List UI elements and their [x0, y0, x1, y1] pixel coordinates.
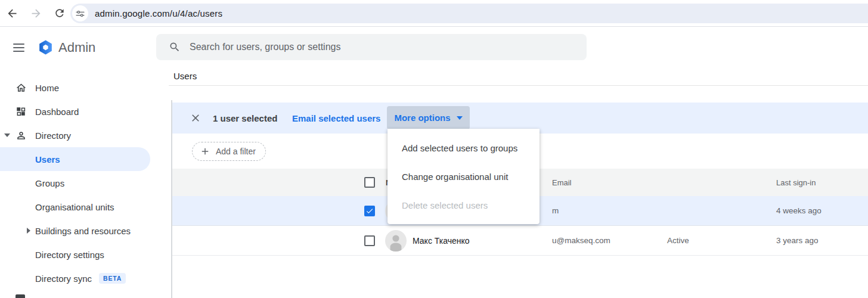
- beta-badge: BETA: [99, 273, 126, 284]
- more-options-menu: Add selected users to groups Change orga…: [388, 129, 540, 224]
- chevron-down-icon[interactable]: [4, 134, 10, 137]
- plus-icon: [200, 146, 210, 157]
- row-checkbox-checked[interactable]: [364, 206, 375, 216]
- chevron-right-icon[interactable]: [27, 228, 30, 234]
- address-bar[interactable]: admin.google.com/u/4/ac/users: [70, 4, 868, 23]
- url-text: admin.google.com/u/4/ac/users: [95, 8, 222, 18]
- selection-count: 1 user selected: [213, 113, 277, 123]
- home-icon: [15, 82, 27, 94]
- sidebar-item-home[interactable]: Home: [0, 76, 173, 100]
- column-header-email[interactable]: Email: [552, 178, 572, 187]
- menu-item-delete-users: Delete selected users: [388, 191, 540, 219]
- sidebar-item-organisational-units[interactable]: Organisational units: [0, 195, 173, 219]
- sidebar-item-label: Buildings and resources: [35, 226, 131, 236]
- divider: [169, 85, 868, 86]
- column-header-last-sign-in[interactable]: Last sign-in: [776, 178, 816, 187]
- menu-item-change-org-unit[interactable]: Change organisational unit: [388, 162, 540, 191]
- user-email: m: [552, 206, 559, 215]
- sidebar-item-label: Users: [35, 154, 60, 164]
- sidebar-item-label: Directory: [35, 131, 71, 141]
- person-icon: [15, 129, 27, 141]
- search-input[interactable]: [190, 42, 547, 52]
- more-options-button[interactable]: More options: [387, 106, 470, 129]
- row-checkbox[interactable]: [364, 235, 375, 246]
- sidebar-item-label: Directory sync: [35, 274, 92, 284]
- browser-toolbar: admin.google.com/u/4/ac/users: [0, 0, 868, 27]
- user-name: Макс Ткаченко: [413, 236, 470, 246]
- user-email: u@makseq.com: [552, 236, 610, 245]
- browser-back-icon[interactable]: [5, 7, 18, 20]
- admin-logo: Admin: [38, 39, 95, 55]
- sidebar-item-label: Directory settings: [35, 250, 104, 260]
- sidebar-item-groups[interactable]: Groups: [0, 171, 173, 195]
- browser-reload-icon[interactable]: [53, 7, 66, 20]
- sidebar-item-label: Organisational units: [35, 202, 114, 212]
- devices-icon-partial: [16, 294, 25, 298]
- select-all-checkbox[interactable]: [364, 177, 375, 188]
- close-icon[interactable]: [190, 112, 202, 124]
- search-icon: [169, 41, 181, 53]
- screen: admin.google.com/u/4/ac/users Admin Home: [0, 0, 868, 298]
- sidebar-item-users[interactable]: Users: [0, 147, 150, 171]
- table-row[interactable]: Макс Ткаченко u@makseq.com Active 3 year…: [172, 226, 868, 256]
- dashboard-icon: [15, 105, 27, 117]
- sidebar: Home Dashboard Directory Users: [0, 76, 173, 290]
- check-icon: [365, 207, 374, 215]
- user-status: Active: [667, 236, 689, 245]
- user-last-sign-in: 4 weeks ago: [776, 206, 822, 215]
- sidebar-item-label: Home: [35, 83, 59, 93]
- sidebar-item-label: Groups: [35, 178, 64, 188]
- site-info-chip[interactable]: [72, 5, 88, 21]
- sidebar-item-buildings-resources[interactable]: Buildings and resources: [0, 219, 173, 243]
- brand-name: Admin: [58, 40, 95, 55]
- menu-item-add-to-groups[interactable]: Add selected users to groups: [388, 134, 540, 162]
- sidebar-item-directory-settings[interactable]: Directory settings: [0, 243, 173, 266]
- page-title: Users: [173, 71, 197, 81]
- sidebar-item-label: Dashboard: [35, 107, 79, 117]
- browser-forward-icon[interactable]: [29, 7, 42, 20]
- admin-search-bar[interactable]: [156, 34, 587, 60]
- sidebar-item-dashboard[interactable]: Dashboard: [0, 100, 173, 123]
- add-filter-label: Add a filter: [216, 147, 256, 156]
- menu-hamburger-icon[interactable]: [13, 44, 24, 52]
- avatar: [385, 230, 407, 252]
- sidebar-item-directory-sync[interactable]: Directory sync BETA: [0, 266, 173, 290]
- email-selected-users-button[interactable]: Email selected users: [292, 113, 380, 123]
- user-last-sign-in: 3 years ago: [776, 236, 819, 245]
- tune-icon: [76, 10, 85, 17]
- admin-hexagon-icon: [38, 39, 54, 55]
- sidebar-item-directory[interactable]: Directory: [0, 123, 173, 147]
- more-options-label: More options: [394, 113, 450, 123]
- chevron-down-icon: [457, 116, 463, 120]
- add-filter-button[interactable]: Add a filter: [192, 142, 266, 161]
